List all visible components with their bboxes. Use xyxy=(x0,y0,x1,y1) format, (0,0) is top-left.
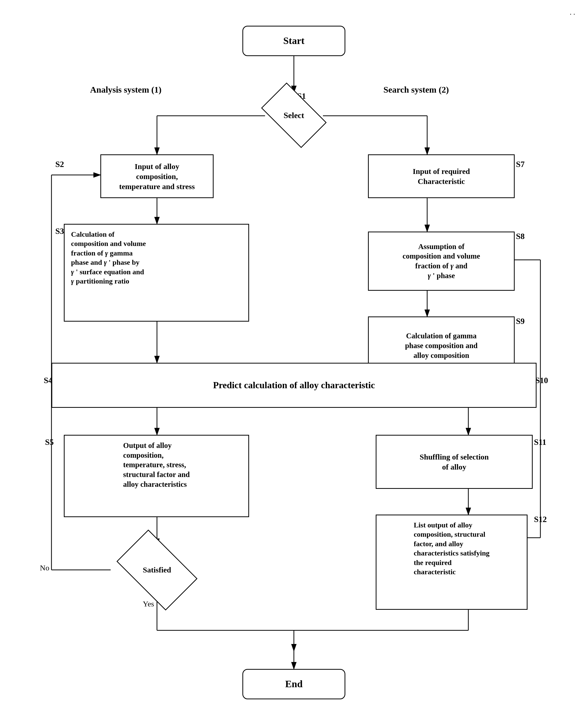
s2-box: Input of alloy composition, temperature … xyxy=(100,154,214,198)
s12-box: List output of alloy composition, struct… xyxy=(376,514,527,610)
s11-box: Shuffling of selection of alloy xyxy=(376,435,533,489)
analysis-system-label: Analysis system (1) xyxy=(90,85,162,95)
step-s12: S12 xyxy=(534,514,547,524)
corner-dot: · · xyxy=(570,10,575,19)
step-s5: S5 xyxy=(45,437,54,447)
search-system-label: Search system (2) xyxy=(383,85,449,95)
s5-box: Output of alloy composition, temperature… xyxy=(64,435,249,517)
yes-label: Yes xyxy=(143,600,154,608)
s7-box: Input of required Characteristic xyxy=(368,154,514,198)
s6-diamond: Satisfied xyxy=(111,545,203,594)
step-s11: S11 xyxy=(534,437,546,447)
start-box: Start xyxy=(243,26,345,56)
step-s9: S9 xyxy=(516,316,525,326)
flowchart: Start S1 Select Analysis system (1) Sear… xyxy=(0,0,588,715)
s3-box: Calculation of composition and volume fr… xyxy=(64,224,249,322)
end-box: End xyxy=(243,669,345,699)
step-s2: S2 xyxy=(55,160,64,169)
s8-box: Assumption of composition and volume fra… xyxy=(368,232,514,291)
step-s7: S7 xyxy=(516,160,525,169)
no-label: No xyxy=(40,564,49,572)
step-s4: S4 xyxy=(44,376,52,385)
step-s8: S8 xyxy=(516,232,525,241)
step-s10: S10 xyxy=(535,376,548,385)
step-s3: S3 xyxy=(55,226,64,236)
select-diamond: Select xyxy=(266,92,322,138)
s4-box: Predict calculation of alloy characteris… xyxy=(51,363,537,408)
